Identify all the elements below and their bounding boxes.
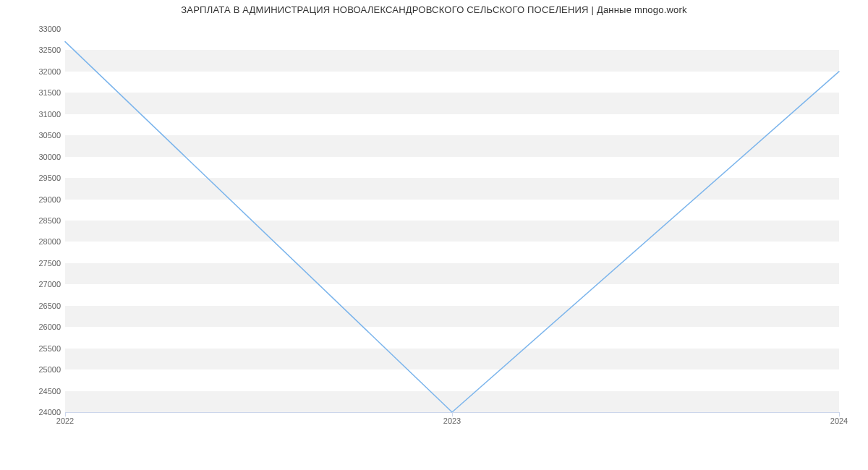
y-tick-label: 24000 xyxy=(3,408,61,416)
y-tick-label: 28500 xyxy=(3,216,61,225)
y-tick-label: 30500 xyxy=(3,131,61,140)
y-tick-label: 27000 xyxy=(3,280,61,289)
y-tick-label: 33000 xyxy=(3,25,61,33)
y-tick-label: 29000 xyxy=(3,195,61,204)
y-tick-label: 31500 xyxy=(3,88,61,97)
y-tick-label: 31000 xyxy=(3,110,61,119)
x-tick-mark xyxy=(839,412,840,416)
y-tick-label: 32000 xyxy=(3,67,61,76)
x-tick-label: 2023 xyxy=(443,416,461,425)
y-tick-label: 25000 xyxy=(3,365,61,374)
plot-area xyxy=(65,29,839,412)
y-tick-label: 32500 xyxy=(3,46,61,54)
y-tick-label: 29500 xyxy=(3,174,61,182)
chart-title: ЗАРПЛАТА В АДМИНИСТРАЦИЯ НОВОАЛЕКСАНДРОВ… xyxy=(0,4,868,15)
y-tick-label: 26000 xyxy=(3,322,61,331)
y-tick-label: 24500 xyxy=(3,387,61,396)
x-tick-mark xyxy=(65,412,66,416)
x-tick-label: 2024 xyxy=(830,416,848,425)
y-tick-label: 28000 xyxy=(3,237,61,246)
x-tick-label: 2022 xyxy=(56,416,74,425)
series-line xyxy=(65,42,839,412)
chart-container: ЗАРПЛАТА В АДМИНИСТРАЦИЯ НОВОАЛЕКСАНДРОВ… xyxy=(0,0,868,470)
y-tick-label: 25500 xyxy=(3,344,61,353)
y-tick-label: 27500 xyxy=(3,259,61,268)
y-tick-label: 26500 xyxy=(3,302,61,310)
x-tick-mark xyxy=(452,412,453,416)
line-series-layer xyxy=(65,29,839,412)
y-tick-label: 30000 xyxy=(3,153,61,161)
